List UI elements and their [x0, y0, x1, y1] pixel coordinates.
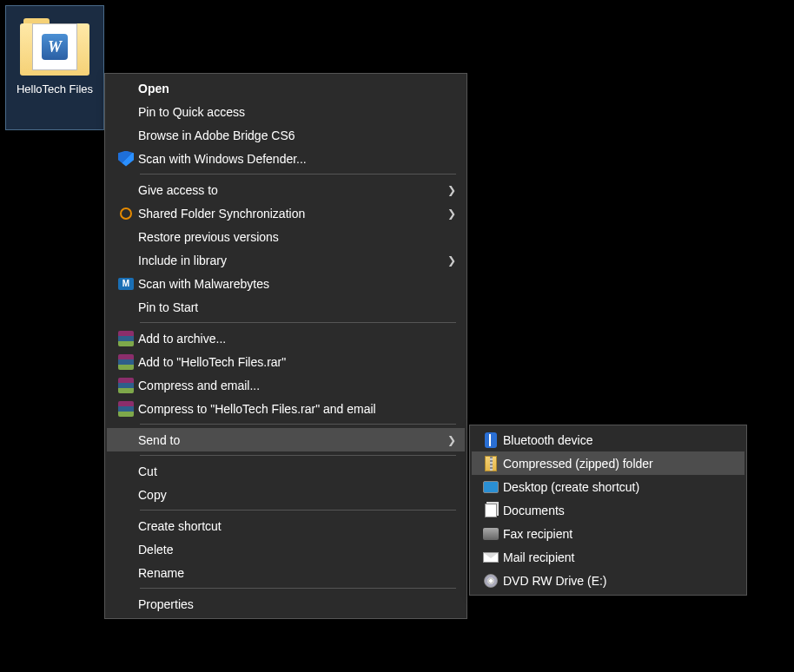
sendto-desktop-shortcut[interactable]: Desktop (create shortcut) [472, 475, 744, 498]
menu-restore-versions[interactable]: Restore previous versions [107, 225, 465, 248]
menu-create-shortcut[interactable]: Create shortcut [107, 514, 465, 537]
menu-compress-email[interactable]: Compress and email... [107, 373, 465, 397]
documents-icon [479, 502, 503, 519]
chevron-right-icon: ❯ [447, 208, 456, 220]
menu-separator [140, 510, 456, 511]
menu-copy[interactable]: Copy [107, 483, 465, 506]
menu-label: Cut [138, 464, 440, 478]
menu-label: Rename [138, 566, 440, 580]
menu-separator [140, 322, 456, 323]
defender-shield-icon [114, 150, 138, 168]
menu-scan-malwarebytes[interactable]: Scan with Malwarebytes [107, 272, 465, 295]
menu-pin-quick-access[interactable]: Pin to Quick access [107, 100, 465, 123]
dvd-drive-icon [479, 572, 503, 590]
menu-label: Properties [138, 597, 440, 611]
menu-label: Compress and email... [138, 379, 440, 392]
menu-separator [140, 455, 456, 456]
menu-include-library[interactable]: Include in library ❯ [107, 248, 465, 272]
menu-add-rar[interactable]: Add to "HelloTech Files.rar" [107, 350, 465, 373]
menu-label: Browse in Adobe Bridge CS6 [138, 128, 440, 142]
malwarebytes-icon [114, 275, 138, 293]
sendto-dvd-drive[interactable]: DVD RW Drive (E:) [472, 569, 744, 592]
menu-shared-folder-sync[interactable]: Shared Folder Synchronization ❯ [107, 201, 465, 225]
menu-label: Scan with Windows Defender... [138, 152, 440, 166]
sendto-zipped-folder[interactable]: Compressed (zipped) folder [472, 451, 744, 475]
menu-rename[interactable]: Rename [107, 561, 465, 584]
menu-label: Desktop (create shortcut) [503, 480, 720, 494]
sendto-bluetooth[interactable]: Bluetooth device [472, 428, 744, 451]
chevron-right-icon: ❯ [447, 434, 456, 446]
menu-label: Documents [503, 504, 720, 517]
sendto-documents[interactable]: Documents [472, 498, 744, 522]
menu-send-to[interactable]: Send to ❯ [107, 428, 465, 451]
menu-label: Send to [138, 433, 440, 447]
mail-icon [479, 549, 503, 566]
menu-open[interactable]: Open [107, 76, 465, 100]
menu-separator [140, 424, 456, 425]
bluetooth-icon [479, 432, 503, 449]
menu-label: Restore previous versions [138, 230, 440, 244]
menu-label: Bluetooth device [503, 433, 720, 447]
folder-icon: W [20, 15, 89, 76]
menu-give-access[interactable]: Give access to ❯ [107, 178, 465, 201]
sync-icon [114, 205, 138, 222]
menu-pin-start[interactable]: Pin to Start [107, 295, 465, 319]
menu-label: Copy [138, 488, 440, 502]
menu-label: Shared Folder Synchronization [138, 207, 440, 221]
menu-separator [140, 588, 456, 589]
menu-browse-bridge[interactable]: Browse in Adobe Bridge CS6 [107, 123, 465, 147]
menu-label: Mail recipient [503, 550, 720, 564]
menu-compress-rar-email[interactable]: Compress to "HelloTech Files.rar" and em… [107, 397, 465, 420]
winrar-icon [114, 330, 138, 347]
send-to-submenu: Bluetooth device Compressed (zipped) fol… [469, 425, 747, 596]
menu-scan-defender[interactable]: Scan with Windows Defender... [107, 147, 465, 170]
zip-folder-icon [479, 455, 503, 472]
menu-label: Scan with Malwarebytes [138, 277, 440, 291]
menu-label: Compress to "HelloTech Files.rar" and em… [138, 402, 440, 416]
chevron-right-icon: ❯ [447, 184, 456, 196]
menu-properties[interactable]: Properties [107, 592, 465, 616]
menu-label: Give access to [138, 183, 440, 197]
winrar-icon [114, 377, 138, 394]
menu-add-archive[interactable]: Add to archive... [107, 326, 465, 350]
menu-label: Pin to Start [138, 300, 440, 314]
menu-label: Include in library [138, 254, 440, 267]
menu-label: Delete [138, 543, 440, 557]
winrar-icon [114, 400, 138, 418]
menu-label: Add to "HelloTech Files.rar" [138, 355, 440, 369]
sendto-mail[interactable]: Mail recipient [472, 545, 744, 569]
desktop-item-label: HelloTech Files [17, 82, 93, 96]
menu-label: DVD RW Drive (E:) [503, 574, 720, 588]
menu-label: Compressed (zipped) folder [503, 457, 720, 471]
menu-cut[interactable]: Cut [107, 459, 465, 483]
word-doc-icon: W [42, 34, 68, 60]
sendto-fax[interactable]: Fax recipient [472, 522, 744, 545]
menu-label: Pin to Quick access [138, 105, 440, 119]
menu-delete[interactable]: Delete [107, 537, 465, 561]
menu-label: Open [138, 82, 440, 96]
fax-icon [479, 525, 503, 543]
menu-label: Add to archive... [138, 332, 440, 346]
menu-label: Fax recipient [503, 527, 720, 541]
context-menu: Open Pin to Quick access Browse in Adobe… [104, 73, 467, 619]
menu-separator [140, 174, 456, 175]
desktop-icon [479, 478, 503, 496]
chevron-right-icon: ❯ [447, 254, 456, 267]
winrar-icon [114, 353, 138, 371]
menu-label: Create shortcut [138, 519, 440, 533]
desktop-folder-item[interactable]: W HelloTech Files [5, 5, 104, 130]
